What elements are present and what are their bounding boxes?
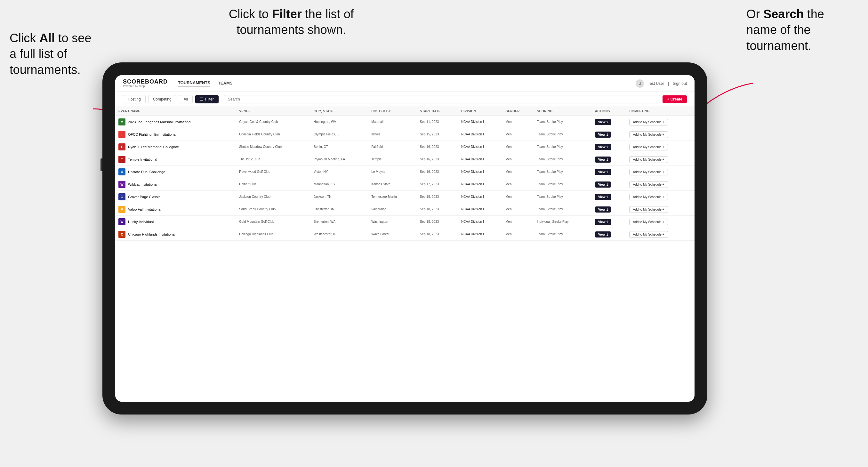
- actions-cell: View ℹ: [592, 216, 626, 228]
- tablet-screen: SCOREBOARD Powered by clippi TOURNAMENTS…: [115, 75, 694, 402]
- table-row: T Temple Invitational The 1912 ClubPlymo…: [115, 153, 694, 166]
- view-button[interactable]: View ℹ: [595, 169, 611, 175]
- city-state-cell: Jackson, TN: [310, 191, 368, 203]
- city-state-cell: Plymouth Meeting, PA: [310, 153, 368, 166]
- annotation-topright: Or Search the name of the tournament.: [746, 6, 855, 54]
- tab-competing[interactable]: Competing: [148, 95, 176, 103]
- add-schedule-button[interactable]: Add to My Schedule +: [629, 119, 668, 125]
- add-schedule-button[interactable]: Add to My Schedule +: [629, 144, 668, 150]
- event-name-cell: M 2023 Joe Feaganes Marshall Invitationa…: [115, 116, 236, 128]
- view-button[interactable]: View ℹ: [595, 231, 611, 238]
- scoring-cell: Individual, Stroke Play: [534, 216, 592, 228]
- event-name-text: OFCC Fighting Illini Invitational: [128, 132, 176, 136]
- annotation-topleft: Click All to see a full list of tourname…: [9, 30, 99, 78]
- event-name-cell: V Valpo Fall Invitational: [115, 203, 236, 216]
- team-logo: V: [118, 206, 125, 213]
- view-button[interactable]: View ℹ: [595, 194, 611, 200]
- add-schedule-button[interactable]: Add to My Schedule +: [629, 131, 668, 138]
- gender-cell: Men: [502, 191, 533, 203]
- hosted-by-cell: Marshall: [368, 116, 417, 128]
- division-cell: NCAA Division I: [458, 191, 502, 203]
- sign-out-link[interactable]: Sign out: [673, 81, 687, 86]
- tab-all[interactable]: All: [179, 95, 193, 103]
- hosted-by-cell: Illinois: [368, 128, 417, 141]
- actions-cell: View ℹ: [592, 203, 626, 216]
- event-name-cell: I OFCC Fighting Illini Invitational: [115, 128, 236, 141]
- tournaments-table: EVENT NAME VENUE CITY, STATE HOSTED BY S…: [115, 107, 694, 241]
- division-cell: NCAA Division I: [458, 228, 502, 241]
- venue-cell: Olympia Fields Country Club: [236, 128, 310, 141]
- col-division: DIVISION: [458, 107, 502, 116]
- event-name-cell: T Temple Invitational: [115, 153, 236, 166]
- actions-cell: View ℹ: [592, 166, 626, 178]
- actions-cell: View ℹ: [592, 178, 626, 191]
- venue-cell: Jackson Country Club: [236, 191, 310, 203]
- nav-teams[interactable]: TEAMS: [218, 81, 233, 86]
- user-avatar: U: [636, 80, 644, 88]
- tablet-frame: SCOREBOARD Powered by clippi TOURNAMENTS…: [102, 62, 707, 414]
- start-date-cell: Sep 11, 2023: [417, 116, 458, 128]
- info-icon: ℹ: [607, 233, 608, 236]
- add-schedule-button[interactable]: Add to My Schedule +: [629, 194, 668, 200]
- create-button[interactable]: + Create: [662, 95, 687, 103]
- table-body: M 2023 Joe Feaganes Marshall Invitationa…: [115, 116, 694, 241]
- hosted-by-cell: Washington: [368, 216, 417, 228]
- start-date-cell: Sep 18, 2023: [417, 191, 458, 203]
- table-row: W Wildcat Invitational Colbert HillsManh…: [115, 178, 694, 191]
- add-schedule-button[interactable]: Add to My Schedule +: [629, 156, 668, 163]
- team-logo: U: [118, 168, 125, 176]
- hosted-by-cell: Valparaiso: [368, 203, 417, 216]
- division-cell: NCAA Division I: [458, 203, 502, 216]
- add-schedule-button[interactable]: Add to My Schedule +: [629, 219, 668, 225]
- app-header: SCOREBOARD Powered by clippi TOURNAMENTS…: [115, 75, 694, 92]
- separator: |: [668, 81, 669, 86]
- team-logo: M: [118, 118, 125, 125]
- col-venue: VENUE: [236, 107, 310, 116]
- add-schedule-button[interactable]: Add to My Schedule +: [629, 231, 668, 238]
- venue-cell: Guyan Golf & Country Club: [236, 116, 310, 128]
- gender-cell: Men: [502, 228, 533, 241]
- view-button[interactable]: View ℹ: [595, 144, 611, 150]
- add-schedule-button[interactable]: Add to My Schedule +: [629, 169, 668, 176]
- view-button[interactable]: View ℹ: [595, 182, 611, 188]
- filter-label: Filter: [205, 97, 214, 101]
- scoring-cell: Team, Stroke Play: [534, 228, 592, 241]
- view-button[interactable]: View ℹ: [595, 131, 611, 137]
- scoring-cell: Team, Stroke Play: [534, 141, 592, 153]
- city-state-cell: Olympia Fields, IL: [310, 128, 368, 141]
- col-event-name: EVENT NAME: [115, 107, 236, 116]
- annotation-topmid: Click to Filter the list of tournaments …: [208, 6, 374, 38]
- actions-cell: View ℹ: [592, 153, 626, 166]
- table-row: M 2023 Joe Feaganes Marshall Invitationa…: [115, 116, 694, 128]
- info-icon: ℹ: [607, 220, 608, 224]
- tab-hosting[interactable]: Hosting: [123, 95, 146, 103]
- info-icon: ℹ: [607, 158, 608, 161]
- view-button[interactable]: View ℹ: [595, 207, 611, 213]
- col-scoring: SCORING: [534, 107, 592, 116]
- hosted-by-cell: Kansas State: [368, 178, 417, 191]
- actions-cell: View ℹ: [592, 228, 626, 241]
- gender-cell: Men: [502, 141, 533, 153]
- filter-button[interactable]: ☰ Filter: [195, 95, 219, 103]
- gender-cell: Men: [502, 153, 533, 166]
- view-button[interactable]: View ℹ: [595, 157, 611, 163]
- nav-tournaments[interactable]: TOURNAMENTS: [178, 80, 210, 86]
- division-cell: NCAA Division I: [458, 141, 502, 153]
- info-icon: ℹ: [607, 208, 608, 211]
- view-button[interactable]: View ℹ: [595, 219, 611, 225]
- event-name-cell: G Grover Page Classic: [115, 191, 236, 203]
- col-gender: GENDER: [502, 107, 533, 116]
- hosted-by-cell: Wake Forest: [368, 228, 417, 241]
- scoring-cell: Team, Stroke Play: [534, 128, 592, 141]
- search-input[interactable]: [224, 95, 660, 103]
- add-schedule-button[interactable]: Add to My Schedule +: [629, 206, 668, 213]
- start-date-cell: Sep 18, 2023: [417, 228, 458, 241]
- view-button[interactable]: View ℹ: [595, 119, 611, 125]
- add-schedule-button[interactable]: Add to My Schedule +: [629, 181, 668, 188]
- competing-cell: Add to My Schedule +: [626, 166, 694, 178]
- event-name-text: Ryan T. Lee Memorial Collegiate: [128, 145, 179, 149]
- start-date-cell: Sep 18, 2023: [417, 203, 458, 216]
- scoring-cell: Team, Stroke Play: [534, 116, 592, 128]
- gender-cell: Men: [502, 116, 533, 128]
- event-name-text: Husky Individual: [128, 220, 154, 224]
